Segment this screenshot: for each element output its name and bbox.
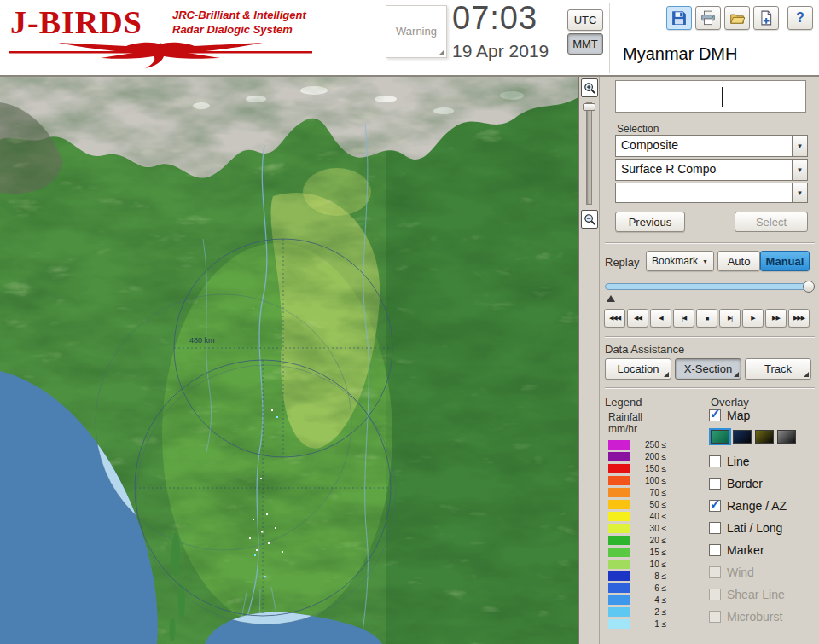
timezone-utc-button[interactable]: UTC (567, 9, 603, 31)
overlay-item-map[interactable]: ✓Map (709, 408, 818, 423)
print-button[interactable] (695, 6, 721, 30)
overlay-item-label: Wind (727, 566, 754, 579)
x-section-button[interactable]: X-Section (675, 358, 741, 380)
checkbox[interactable] (709, 522, 721, 534)
legend-value: 6 ≤ (630, 583, 666, 593)
manual-mode-button[interactable]: Manual (760, 251, 810, 271)
legend-row: 20 ≤ (608, 534, 666, 546)
chevron-down-icon[interactable]: ▼ (792, 135, 808, 157)
checkbox[interactable]: ✓ (709, 500, 721, 512)
legend-color-swatch (608, 536, 630, 545)
overlay-item-line[interactable]: Line (709, 454, 818, 469)
bookmark-button[interactable]: Bookmark ▼ (646, 251, 714, 271)
check-icon: ✓ (710, 496, 721, 512)
legend-color-swatch (608, 595, 630, 605)
legend-color-swatch (608, 464, 630, 473)
checkbox[interactable] (709, 544, 721, 556)
legend-value: 15 ≤ (630, 548, 666, 557)
new-document-button[interactable] (753, 6, 779, 30)
legend-row: 150 ≤ (608, 462, 666, 474)
overlay-item-wind: Wind (709, 565, 818, 580)
open-folder-icon (729, 10, 745, 26)
radar-map-canvas[interactable]: 480 km (0, 77, 578, 644)
legend-color-swatch (608, 560, 630, 569)
legend-value: 1 ≤ (630, 619, 666, 629)
legend-value: 100 ≤ (630, 476, 666, 485)
location-button[interactable]: Location (605, 358, 671, 380)
zoom-slider[interactable] (586, 102, 592, 205)
playback-jump-back-button[interactable]: ◀◀◀ (604, 309, 625, 328)
track-button[interactable]: Track (745, 358, 811, 380)
overlay-item-border[interactable]: Border (709, 476, 818, 491)
playback-play-button[interactable]: ▶ (742, 309, 764, 328)
legend-value: 40 ≤ (630, 512, 666, 521)
legend-value: 20 ≤ (630, 536, 666, 545)
legend-row: 40 ≤ (608, 510, 666, 522)
map-style-swatch-dark-blue-style[interactable] (733, 430, 752, 444)
zoom-out-button[interactable] (581, 210, 598, 229)
overlay-item-marker[interactable]: Marker (709, 542, 818, 558)
previous-button[interactable]: Previous (615, 212, 685, 232)
overlay-item-range-az[interactable]: ✓Range / AZ (709, 498, 818, 513)
data-assistance-label: Data Assistance (605, 343, 684, 356)
timezone-mmt-button[interactable]: MMT (567, 33, 603, 55)
zoom-slider-thumb[interactable] (583, 103, 595, 111)
surface-combo-value[interactable]: Surface R Compo (615, 159, 792, 181)
print-icon (700, 10, 716, 26)
header-bar: J-BIRDS JRC-Brilliant & Intelligent Rada… (0, 0, 819, 77)
checkbox[interactable] (709, 455, 721, 467)
map-style-swatch-terrain-style[interactable] (711, 430, 729, 444)
divider (605, 336, 815, 338)
map-style-swatch-gray-style[interactable] (777, 430, 796, 444)
legend-color-swatch (608, 500, 630, 509)
legend-label: Legend (605, 396, 642, 409)
zoom-in-button[interactable] (581, 78, 598, 97)
timeline-thumb[interactable] (803, 281, 815, 293)
playback-step-back-button[interactable]: |◀ (673, 309, 694, 328)
playback-jump-forward-button[interactable]: ▶▶▶ (788, 309, 810, 328)
playback-stop-button[interactable]: ■ (696, 309, 717, 328)
legend-value: 250 ≤ (630, 440, 666, 450)
divider (605, 387, 815, 389)
overlay-item-label: Microburst (727, 610, 782, 624)
chevron-down-icon[interactable]: ▼ (792, 183, 808, 203)
legend-value: 30 ≤ (630, 524, 666, 533)
playback-fast-rewind-button[interactable]: ◀◀ (627, 309, 648, 328)
overlay-item-label: Marker (727, 543, 764, 557)
legend-row: 250 ≤ (608, 438, 666, 450)
checkbox[interactable]: ✓ (709, 409, 721, 421)
auto-mode-button[interactable]: Auto (717, 251, 760, 271)
legend-row: 2 ≤ (608, 606, 666, 618)
save-button[interactable] (666, 6, 692, 30)
station-text-input[interactable] (615, 80, 806, 113)
help-icon: ? (796, 10, 804, 26)
legend-value: 2 ≤ (630, 607, 666, 617)
overlay-item-label: Line (727, 455, 749, 468)
legend-value: 50 ≤ (630, 500, 666, 509)
playback-step-forward-button[interactable]: ▶| (719, 309, 741, 328)
map-style-swatch-olive-style[interactable] (755, 430, 774, 444)
replay-label: Replay (605, 256, 639, 269)
control-panel: Selection Composite ▼ Surface R Compo ▼ … (599, 77, 819, 644)
overlay-item-label: Lati / Long (727, 521, 782, 535)
product-combo-value[interactable]: Composite (615, 135, 792, 157)
map-style-swatches (711, 430, 818, 447)
legend-value: 70 ≤ (630, 488, 666, 497)
checkbox[interactable] (709, 478, 721, 490)
legend-row: 200 ≤ (608, 450, 666, 462)
checkbox (709, 589, 721, 600)
playback-fast-forward-button[interactable]: ▶▶ (765, 309, 787, 328)
extra-combo-value[interactable] (615, 183, 792, 203)
help-button[interactable]: ? (787, 6, 813, 30)
playback-play-reverse-button[interactable]: ◀ (650, 309, 671, 328)
header-divider (609, 3, 610, 73)
legend-color-swatch (608, 512, 630, 521)
replay-timeline-slider[interactable] (605, 280, 815, 293)
chevron-down-icon[interactable]: ▼ (792, 159, 808, 181)
warning-panel[interactable]: Warning (386, 5, 447, 58)
timeline-track[interactable] (605, 283, 815, 290)
open-file-button[interactable] (724, 6, 750, 30)
legend-color-swatch (608, 571, 630, 581)
overlay-item-lati-long[interactable]: Lati / Long (709, 520, 818, 536)
legend-color-swatch (608, 476, 630, 485)
